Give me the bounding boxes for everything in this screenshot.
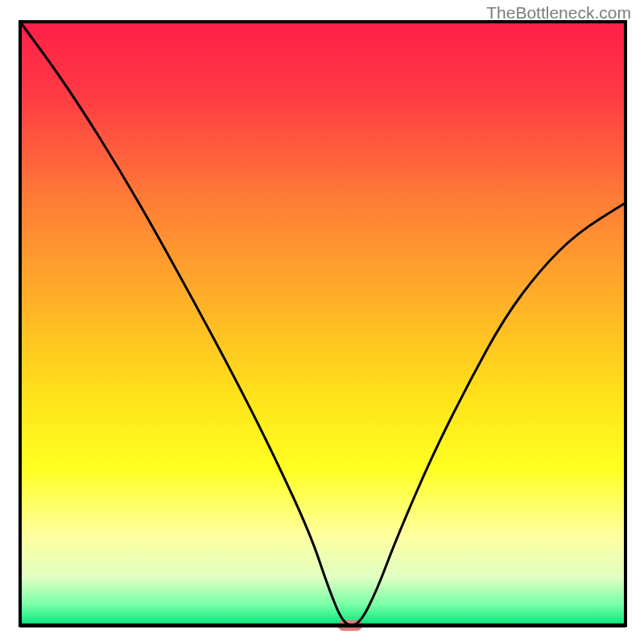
attribution-label: TheBottleneck.com — [486, 3, 631, 23]
gradient-background — [20, 22, 625, 625]
bottleneck-chart: TheBottleneck.com — [0, 0, 644, 644]
chart-svg — [0, 0, 644, 644]
